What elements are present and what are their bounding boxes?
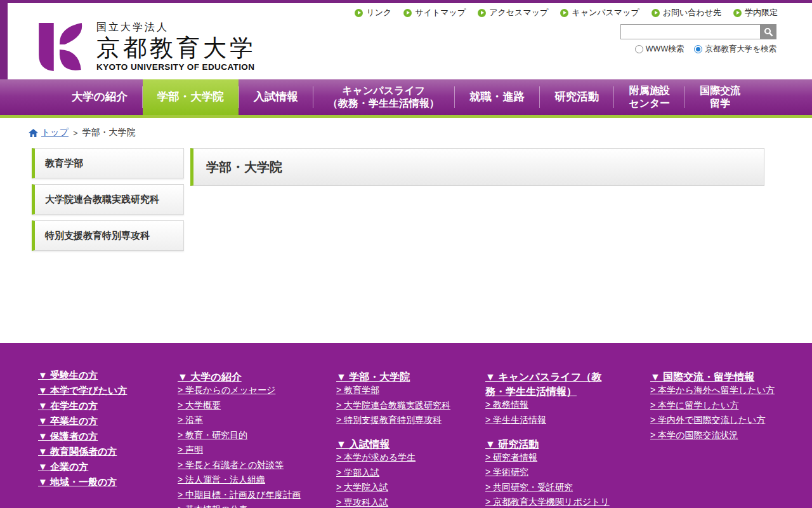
university-logo[interactable]: 国立大学法人 京都教育大学 KYOTO UNIVERSITY OF EDUCAT… — [35, 21, 256, 73]
footer-section-header[interactable]: ▼ キャンパスライフ（教務・学生生活情報） — [485, 370, 612, 399]
footer-section-header[interactable]: ▼ 国際交流・留学情報 — [650, 370, 799, 384]
nav-item-admissions[interactable]: 入試情報 — [239, 79, 313, 115]
search-scope-site[interactable]: 京都教育大学を検索 — [694, 44, 776, 55]
footer-link[interactable]: > 本学が求める学生 — [336, 452, 485, 463]
nav-item-research[interactable]: 研究活動 — [540, 79, 613, 115]
footer-link[interactable]: > 学部入試 — [336, 467, 485, 478]
footer-link[interactable]: ▼ 企業の方 — [38, 461, 178, 472]
nav-item-affiliated-facilities[interactable]: 附属施設センター — [614, 79, 684, 115]
radio-unchecked-icon[interactable] — [635, 45, 643, 53]
footer-link[interactable]: > 京都教育大学機関リポジトリ — [485, 497, 612, 507]
footer-audience-column: ▼ 受験生の方 ▼ 本学で学びたい方 ▼ 在学生の方 ▼ 卒業生の方 ▼ 保護者… — [38, 370, 178, 508]
search-button[interactable] — [760, 24, 776, 39]
footer-link[interactable]: > 教務情報 — [485, 399, 612, 410]
nav-item-campus-life[interactable]: キャンパスライフ（教務・学生生活情報） — [313, 79, 454, 115]
sidebar-item-graduate-school[interactable]: 大学院連合教職実践研究科 — [32, 184, 184, 215]
sidebar-menu: 教育学部 大学院連合教職実践研究科 特別支援教育特別専攻科 — [32, 148, 184, 257]
utility-link-bar: リンク サイトマップ アクセスマップ キャンパスマップ お問い合わせ先 学内限定 — [0, 3, 812, 20]
play-circle-icon — [560, 9, 568, 17]
footer-sitemap: ▼ 受験生の方 ▼ 本学で学びたい方 ▼ 在学生の方 ▼ 卒業生の方 ▼ 保護者… — [0, 343, 812, 508]
breadcrumb: トップ > 学部・大学院 — [29, 127, 812, 138]
footer-link[interactable]: > 法人運営・法人組織 — [178, 474, 336, 485]
footer-link[interactable]: > 大学院入試 — [336, 482, 485, 493]
footer-link[interactable]: ▼ 在学生の方 — [38, 400, 178, 411]
search-input[interactable] — [620, 24, 760, 39]
footer-section-header[interactable]: ▼ 学部・大学院 — [336, 370, 485, 384]
footer-link[interactable]: > 中期目標・計画及び年度計画 — [178, 490, 336, 500]
play-circle-icon — [478, 9, 486, 17]
kyokyo-university-webpage: { "colors": { "brand_purple": "#7a2382",… — [0, 0, 812, 508]
topbar-link-accessmap[interactable]: アクセスマップ — [478, 7, 548, 18]
corporation-label: 国立大学法人 — [96, 21, 256, 34]
footer-section-header[interactable]: ▼ 入試情報 — [336, 437, 485, 451]
footer-link[interactable]: ▼ 本学で学びたい方 — [38, 385, 178, 396]
home-icon — [29, 129, 38, 137]
topbar-link-sitemap[interactable]: サイトマップ — [403, 7, 466, 18]
play-circle-icon — [652, 9, 660, 17]
university-logo-mark — [35, 21, 87, 73]
footer-link[interactable]: > 大学概要 — [178, 400, 336, 411]
footer-link[interactable]: ▼ 卒業生の方 — [38, 415, 178, 426]
footer-link[interactable]: > 沿革 — [178, 415, 336, 425]
footer-link[interactable]: ▼ 保護者の方 — [38, 431, 178, 441]
play-circle-icon — [355, 9, 363, 17]
search-scope-options: WWW検索 京都教育大学を検索 — [620, 44, 776, 55]
footer-about-column: ▼ 大学の紹介 > 学長からのメッセージ > 大学概要 > 沿革 > 教育・研究… — [178, 370, 336, 508]
breadcrumb-home-link[interactable]: トップ — [29, 127, 69, 138]
footer-link[interactable]: > 基本情報の公表 — [178, 504, 336, 508]
play-circle-icon — [403, 9, 412, 17]
topbar-link-internal[interactable]: 学内限定 — [733, 7, 778, 18]
footer-link[interactable]: > 学長と有識者との対談等 — [178, 460, 336, 471]
breadcrumb-separator: > — [73, 128, 78, 138]
site-search: WWW検索 京都教育大学を検索 — [620, 24, 776, 55]
topbar-link-links[interactable]: リンク — [355, 7, 391, 18]
footer-link[interactable]: > 教育・研究目的 — [178, 430, 336, 441]
footer-link[interactable]: > 教育学部 — [336, 385, 485, 396]
footer-link[interactable]: > 声明 — [178, 444, 336, 455]
footer-link[interactable]: > 専攻科入試 — [336, 497, 485, 508]
page-title: 学部・大学院 — [190, 148, 764, 186]
footer-campus-research-column: ▼ キャンパスライフ（教務・学生生活情報） > 教務情報 > 学生生活情報 ▼ … — [485, 370, 612, 508]
footer-link[interactable]: ▼ 地域・一般の方 — [38, 476, 178, 487]
breadcrumb-current: 学部・大学院 — [82, 127, 136, 138]
sidebar-item-special-needs-program[interactable]: 特別支援教育特別専攻科 — [32, 220, 184, 251]
nav-item-faculties[interactable]: 学部・大学院 — [143, 79, 239, 115]
nav-item-about[interactable]: 大学の紹介 — [57, 79, 142, 115]
footer-faculties-admissions-column: ▼ 学部・大学院 > 教育学部 > 大学院連合教職実践研究科 > 特別支援教育特… — [336, 370, 485, 508]
site-header: リンク サイトマップ アクセスマップ キャンパスマップ お問い合わせ先 学内限定… — [0, 3, 812, 79]
footer-link[interactable]: > 本学から海外へ留学したい方 — [650, 385, 799, 396]
footer-link[interactable]: > 本学に留学したい方 — [650, 400, 799, 411]
university-name: 京都教育大学 — [96, 34, 256, 62]
university-name-english: KYOTO UNIVERSITY OF EDUCATION — [96, 62, 256, 72]
university-logo-text: 国立大学法人 京都教育大学 KYOTO UNIVERSITY OF EDUCAT… — [96, 21, 256, 72]
main-nav: 大学の紹介 学部・大学院 入試情報 キャンパスライフ（教務・学生生活情報） 就職… — [0, 79, 812, 115]
footer-section-header[interactable]: ▼ 研究活動 — [485, 437, 612, 451]
footer-link[interactable]: ▼ 受験生の方 — [38, 370, 178, 380]
main-content: トップ > 学部・大学院 教育学部 大学院連合教職実践研究科 特別支援教育特別専… — [0, 118, 812, 343]
footer-link[interactable]: > 学内外で国際交流したい方 — [650, 415, 799, 425]
footer-link[interactable]: ▼ 教育関係者の方 — [38, 446, 178, 457]
search-icon — [764, 27, 773, 37]
left-purple-band — [0, 3, 8, 79]
footer-link[interactable]: > 研究者情報 — [485, 452, 612, 463]
footer-link[interactable]: > 学長からのメッセージ — [178, 385, 336, 396]
sidebar-item-faculty-of-education[interactable]: 教育学部 — [32, 148, 184, 178]
nav-item-international[interactable]: 国際交流留学 — [685, 79, 755, 115]
footer-link[interactable]: > 学術研究 — [485, 467, 612, 478]
footer-link[interactable]: > 大学院連合教職実践研究科 — [336, 400, 485, 411]
topbar-link-contact[interactable]: お問い合わせ先 — [652, 7, 721, 18]
topbar-link-campusmap[interactable]: キャンパスマップ — [560, 7, 639, 18]
search-scope-www[interactable]: WWW検索 — [635, 44, 684, 55]
footer-link[interactable]: > 共同研究・受託研究 — [485, 482, 612, 493]
footer-link[interactable]: > 本学の国際交流状況 — [650, 430, 799, 441]
radio-checked-icon[interactable] — [694, 45, 702, 53]
footer-link[interactable]: > 学生生活情報 — [485, 415, 612, 425]
footer-international-column: ▼ 国際交流・留学情報 > 本学から海外へ留学したい方 > 本学に留学したい方 … — [650, 370, 799, 508]
play-circle-icon — [733, 9, 742, 17]
footer-link[interactable]: > 特別支援教育特別専攻科 — [336, 415, 485, 425]
nav-item-careers[interactable]: 就職・進路 — [455, 79, 540, 115]
footer-section-header[interactable]: ▼ 大学の紹介 — [178, 370, 336, 384]
